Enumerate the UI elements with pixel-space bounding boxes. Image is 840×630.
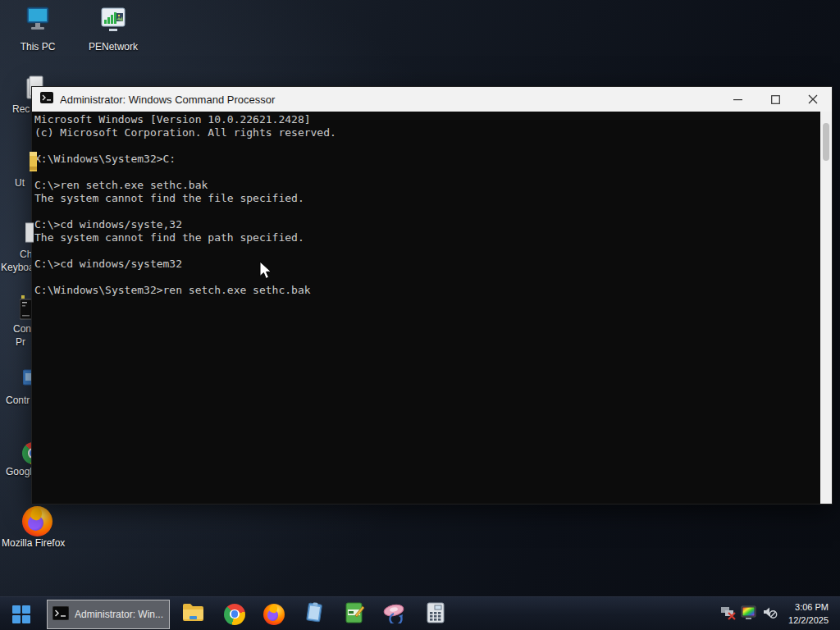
terminal-line — [34, 139, 820, 153]
terminal-line — [34, 166, 820, 179]
tray-network-disconnected[interactable] — [719, 597, 738, 630]
terminal-line — [34, 271, 820, 284]
chrome-icon — [224, 604, 245, 625]
taskbar-partition-editor[interactable] — [342, 597, 367, 630]
terminal-line: (c) Microsoft Corporation. All rights re… — [34, 126, 820, 139]
volume-muted-icon — [762, 605, 778, 623]
keyboard-tool-icon[interactable] — [25, 222, 34, 246]
command-prompt-label-line1[interactable]: Con — [13, 323, 31, 335]
disk-utility-icon — [382, 602, 407, 627]
terminal-line: C:\>cd windows/system32 — [34, 258, 820, 271]
taskbar-chrome[interactable] — [222, 597, 247, 630]
task-button-label: Administrator: Win... — [75, 609, 163, 620]
terminal-scrollbar[interactable] — [820, 112, 832, 504]
terminal-line: X:\Windows\System32>C: — [34, 153, 820, 166]
tray-display[interactable] — [739, 597, 759, 630]
firefox-icon — [263, 604, 285, 625]
taskbar-task-cmd[interactable]: Administrator: Win... — [47, 600, 170, 629]
utility-folder-icon[interactable] — [30, 150, 37, 176]
close-button[interactable] — [794, 87, 832, 112]
taskbar-firefox[interactable] — [262, 597, 286, 630]
tray-clock[interactable]: 3:06 PM 12/2/2025 — [788, 600, 829, 627]
cmd-task-icon — [52, 606, 69, 623]
maximize-button[interactable] — [756, 87, 794, 112]
firefox-desktop-icon[interactable] — [22, 506, 52, 536]
desktop-icon-label: PENetwork — [82, 41, 144, 52]
network-disconnected-icon — [720, 605, 737, 623]
terminal-line: Microsoft Windows [Version 10.0.22621.24… — [34, 113, 820, 126]
minimize-button[interactable] — [719, 87, 756, 112]
clock-time: 3:06 PM — [788, 600, 829, 614]
desktop-icon-this-pc[interactable]: This PC — [7, 5, 69, 52]
this-pc-icon — [20, 5, 56, 38]
clock-date: 12/2/2025 — [788, 614, 829, 627]
cmd-titlebar-icon — [40, 92, 53, 107]
window-title: Administrator: Windows Command Processor — [60, 94, 719, 106]
cmd-window-titlebar[interactable]: Administrator: Windows Command Processor — [32, 87, 832, 112]
partition-editor-icon — [345, 602, 365, 627]
terminal-line — [34, 205, 820, 218]
terminal-output[interactable]: Microsoft Windows [Version 10.0.22621.24… — [32, 112, 820, 504]
utility-label[interactable]: Ut — [15, 177, 25, 189]
taskbar: Administrator: Win... — [0, 596, 840, 630]
desktop-icon-penetwork[interactable]: PENetwork — [82, 5, 144, 52]
tray-volume-muted[interactable] — [760, 597, 780, 630]
penetwork-icon — [95, 5, 131, 38]
firefox-label[interactable]: Mozilla Firefox — [2, 537, 65, 549]
taskbar-notepad[interactable] — [302, 597, 326, 630]
command-prompt-label-line2[interactable]: Pr — [16, 336, 25, 348]
taskbar-file-explorer[interactable] — [180, 597, 205, 630]
windows-start-icon — [12, 605, 30, 623]
terminal-line — [34, 244, 820, 258]
mouse-cursor — [259, 261, 272, 284]
terminal-line: C:\>ren setch.exe sethc.bak — [34, 179, 820, 192]
display-settings-icon — [741, 605, 757, 623]
notepad-icon — [304, 602, 325, 627]
keyboard-label-line2[interactable]: Keyboa — [1, 262, 34, 273]
cmd-window: Administrator: Windows Command Processor… — [31, 86, 833, 504]
folder-icon — [182, 603, 204, 625]
calculator-icon — [427, 602, 445, 627]
terminal-line: C:\Windows\System32>ren setch.exe sethc.… — [34, 284, 820, 297]
taskbar-calculator[interactable] — [423, 597, 448, 630]
terminal-line: The system cannot find the file specifie… — [34, 192, 820, 205]
recycle-bin-label[interactable]: Rec — [12, 103, 30, 115]
terminal-line: C:\>cd windows/syste,32 — [34, 218, 820, 231]
terminal-line: The system cannot find the path specifie… — [34, 231, 820, 244]
scrollbar-thumb[interactable] — [823, 123, 829, 161]
taskbar-disk-utility[interactable] — [381, 597, 409, 630]
control-panel-label[interactable]: Contr — [6, 395, 30, 406]
start-button[interactable] — [7, 597, 35, 630]
desktop: This PC PENetwork Rec — [0, 0, 840, 630]
chrome-label[interactable]: Googl — [6, 466, 32, 477]
desktop-icon-label: This PC — [7, 41, 69, 52]
